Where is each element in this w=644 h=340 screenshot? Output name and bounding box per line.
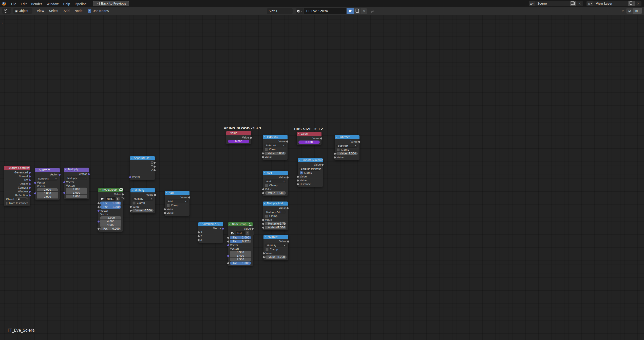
output-socket[interactable] — [153, 165, 156, 168]
value-field[interactable]: Value0.500 — [132, 209, 154, 212]
node-addm[interactable]: ▾AddValueAdd▾ClampValueValue — [165, 191, 190, 216]
dropdown[interactable]: Add▾ — [265, 179, 286, 183]
output-socket[interactable] — [28, 179, 31, 182]
new-material-button[interactable] — [354, 8, 361, 14]
input-socket[interactable] — [334, 152, 336, 155]
output-socket[interactable] — [320, 137, 323, 140]
scene-icon[interactable]: ▲▾ — [529, 1, 535, 6]
node-header[interactable]: ▾Value — [226, 131, 251, 135]
input-socket[interactable] — [227, 262, 230, 265]
output-socket[interactable] — [286, 176, 289, 179]
input-socket[interactable] — [262, 256, 265, 258]
view-layer-copy-button[interactable] — [628, 1, 635, 6]
output-socket[interactable] — [87, 173, 90, 175]
checkbox-row[interactable]: ✓Clamp — [298, 171, 323, 175]
value-slider[interactable]: 0.000 — [228, 140, 249, 143]
node-mul025[interactable]: ▾MultiplyValueMultiply▾ClampValueValue0.… — [263, 235, 288, 260]
checkbox-row[interactable]: Clamp — [263, 214, 288, 218]
input-socket[interactable] — [227, 240, 230, 243]
node-header[interactable]: ▾Subtract — [35, 168, 60, 172]
input-socket[interactable] — [262, 219, 264, 221]
node-header[interactable]: ▾Multiply — [64, 168, 89, 172]
output-socket[interactable] — [28, 171, 31, 174]
node-sub-vec[interactable]: ▾SubtractVectorSubtract▾VectorVector:0.0… — [35, 168, 60, 200]
node-sub73[interactable]: ▾SubtractValueSubtract▾ClampValue7.300Va… — [335, 135, 359, 160]
input-socket[interactable] — [297, 175, 299, 178]
collapse-icon[interactable]: ▾ — [166, 191, 167, 195]
collapse-icon[interactable]: ▾ — [200, 222, 201, 226]
node-header[interactable]: ▾Subtract — [335, 135, 359, 139]
menu-item-edit[interactable]: Edit — [21, 2, 27, 6]
view-layer-name[interactable]: View Layer — [593, 2, 628, 5]
input-socket[interactable] — [129, 176, 131, 178]
checkbox-icon[interactable] — [265, 148, 268, 151]
input-socket[interactable] — [227, 236, 230, 239]
node-cmb-mid[interactable]: ▾Combine XYZVectorXYZ — [198, 222, 223, 243]
dropdown[interactable]: Subtract▾ — [336, 144, 358, 148]
dropdown[interactable]: Multiply▾ — [132, 197, 154, 201]
node-ng2[interactable]: ▾NodeGroupValue▾Nod...6Fac1.000Fac0.573V… — [228, 222, 253, 266]
checkbox-row[interactable]: Clamp — [130, 201, 155, 205]
value-field[interactable]: Value0.250 — [265, 255, 287, 259]
value-field[interactable]: Fac0.000 — [100, 227, 121, 230]
input-socket[interactable] — [197, 231, 200, 234]
editor-type-button[interactable]: ▾ — [2, 8, 11, 14]
menu-item-view[interactable]: View — [37, 9, 44, 13]
vector-component-field[interactable]: 1.000 — [66, 188, 87, 191]
checkbox-icon[interactable] — [265, 215, 268, 218]
checkbox-row[interactable]: From Instancer — [4, 201, 30, 205]
checkbox-icon[interactable] — [337, 148, 340, 151]
users-count-badge[interactable]: 6 — [116, 197, 120, 201]
datablock-name-field[interactable]: Nod... — [236, 231, 245, 235]
node-header[interactable]: ▾Separate XYZ — [130, 156, 155, 160]
collapse-icon[interactable]: ▾ — [228, 131, 229, 135]
output-socket[interactable] — [122, 193, 124, 196]
collapse-icon[interactable]: ▾ — [131, 156, 132, 160]
node-header[interactable]: ▾Value — [297, 132, 321, 136]
slider[interactable]: Fac0.573 — [230, 240, 251, 243]
value-field[interactable]: Value7.300 — [336, 152, 358, 155]
menu-item-help[interactable]: Help — [63, 2, 70, 6]
node-header[interactable]: ▾NodeGroup — [98, 188, 123, 192]
input-socket[interactable] — [97, 220, 100, 223]
fake-user-button[interactable] — [120, 197, 125, 201]
node-header[interactable]: ▾Texture Coordinate — [4, 166, 30, 170]
vector-component-field[interactable]: 1.490 — [230, 254, 251, 257]
collapse-icon[interactable]: ▾ — [36, 168, 37, 172]
vector-component-field[interactable]: 0.000 — [37, 192, 58, 195]
material-browse-button[interactable]: ▾ — [296, 8, 304, 14]
dropdown[interactable]: Subtract▾ — [37, 177, 58, 181]
datablock-name-field[interactable]: Nod... — [106, 197, 115, 201]
input-socket[interactable] — [97, 210, 100, 212]
node-header[interactable]: ▾Add — [165, 191, 190, 195]
vector-component-field[interactable]: 4.000 — [100, 220, 121, 223]
value-field[interactable]: Value5.000 — [264, 152, 286, 155]
fake-user-toggle[interactable] — [347, 8, 354, 14]
collapse-icon[interactable]: ▾ — [264, 171, 265, 175]
output-socket[interactable] — [154, 194, 156, 196]
node-iris[interactable]: ▾ValueValue0.000 — [297, 132, 321, 145]
input-socket[interactable] — [262, 226, 264, 229]
collapse-icon[interactable]: ▾ — [264, 135, 265, 139]
vector-component-field[interactable]: 4.000 — [100, 223, 121, 227]
output-socket[interactable] — [28, 183, 31, 185]
node-smin[interactable]: ▾Smooth MinimumValueSmooth Minimum▾✓Clam… — [298, 158, 323, 187]
input-socket[interactable] — [97, 228, 100, 230]
node-graph-canvas[interactable]: › ▾Texture CoordinateGeneratedNormalUVOb… — [0, 15, 644, 340]
slot-dropdown[interactable]: Slot 1 ▾ — [267, 8, 293, 14]
material-icon-button[interactable]: ▾ — [100, 197, 105, 201]
node-header[interactable]: ▾NodeGroup — [228, 222, 253, 226]
output-socket[interactable] — [250, 136, 252, 139]
input-socket[interactable] — [227, 244, 230, 247]
slider[interactable]: Fac1.000 — [230, 236, 251, 239]
material-name-field[interactable]: FT_Eye_Sclera — [304, 8, 346, 14]
scene-unlink-button[interactable]: × — [576, 1, 583, 6]
collapse-icon[interactable]: ▾ — [100, 188, 101, 192]
slider[interactable]: Fac1.000 — [100, 202, 121, 205]
view-layer-unlink-button[interactable]: × — [635, 1, 641, 6]
menu-item-add[interactable]: Add — [64, 9, 69, 13]
users-count-badge[interactable]: 6 — [246, 231, 249, 235]
value-field[interactable]: Value1.680 — [265, 191, 286, 195]
value-slider[interactable]: 0.000 — [298, 141, 320, 144]
checkbox-row[interactable]: Clamp — [165, 204, 190, 207]
